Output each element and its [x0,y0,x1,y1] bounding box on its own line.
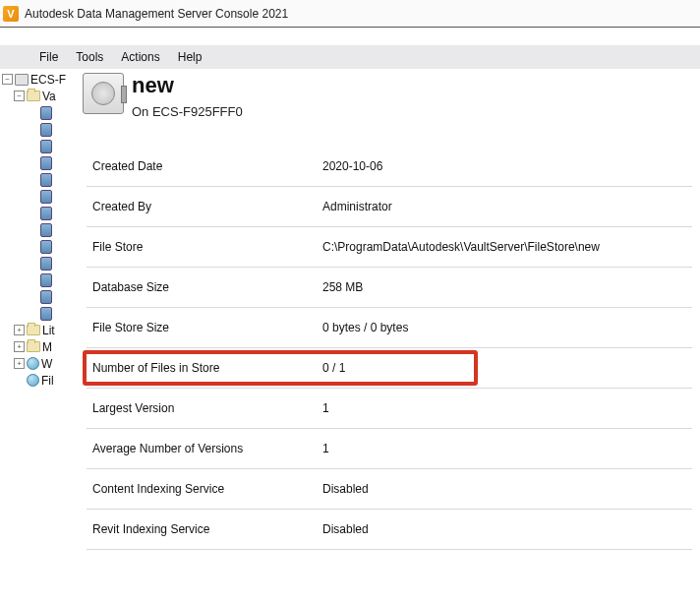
property-value: 1 [322,401,692,415]
server-icon [15,74,29,86]
tree-root-label: ECS-F [30,73,66,87]
properties-list: Created Date2020-10-06Created ByAdminist… [83,147,700,550]
property-row: Largest Version1 [87,389,692,429]
spacer-icon [28,308,38,319]
expand-icon[interactable]: + [14,358,25,369]
property-label: File Store Size [87,321,322,334]
spacer-icon [14,375,25,386]
vault-db-icon [40,156,52,170]
tree-item[interactable] [0,154,77,171]
spacer-icon [28,291,38,302]
tree-item[interactable] [0,255,77,272]
menubar: File Tools Actions Help [0,45,700,69]
property-row: File StoreC:\ProgramData\Autodesk\VaultS… [87,227,692,268]
tree-item[interactable] [0,305,77,322]
property-row: Average Number of Versions1 [87,429,692,469]
tree-management-label: M [42,340,52,354]
header-block: new On ECS-F925FFF0 [83,73,700,119]
tree-files[interactable]: Fil [0,372,77,389]
tree-vaults[interactable]: − Va [0,88,77,104]
property-label: Revit Indexing Service [87,522,322,536]
menu-file[interactable]: File [31,47,66,67]
property-value: Disabled [322,482,692,496]
expand-icon[interactable]: + [14,341,25,352]
tree-item[interactable] [0,171,77,188]
body-area: − ECS-F − Va + Lit + M [0,69,700,604]
property-label: Database Size [87,280,322,294]
property-value: Administrator [322,200,692,213]
tree-item[interactable] [0,188,77,205]
property-value: 2020-10-06 [322,159,692,173]
collapse-icon[interactable]: − [14,91,25,101]
spacer-icon [28,157,38,168]
spacer-icon [28,174,38,185]
property-row: Number of Files in Store0 / 1 [87,348,692,389]
page-subtitle: On ECS-F925FFF0 [132,104,243,119]
tree-item[interactable] [0,104,77,121]
vault-icon [83,73,124,114]
vault-db-icon [40,240,52,254]
tree-item[interactable] [0,121,77,138]
property-label: File Store [87,240,322,254]
vault-db-icon [40,123,52,137]
spacer-icon [28,241,38,252]
menu-actions[interactable]: Actions [113,47,167,67]
titlebar: V Autodesk Data Management Server Consol… [0,0,700,28]
tree-workflow[interactable]: + W [0,355,77,372]
window-title: Autodesk Data Management Server Console … [25,7,288,21]
app-icon: V [3,6,19,22]
spacer-icon [28,224,38,235]
property-value: 0 bytes / 0 bytes [322,321,692,334]
menu-help[interactable]: Help [170,47,210,67]
property-label: Content Indexing Service [87,482,322,496]
collapse-icon[interactable]: − [2,74,13,85]
vault-db-icon [40,290,52,304]
vault-db-icon [40,207,52,220]
vault-db-icon [40,273,52,287]
property-value: Disabled [322,522,692,536]
vault-db-icon [40,190,52,204]
spacer-icon [28,258,38,269]
vault-db-icon [40,140,52,153]
tree-item[interactable] [0,205,77,221]
spacer-icon [28,107,38,118]
tree-files-label: Fil [41,374,54,388]
globe-icon [27,374,39,387]
tree-item[interactable] [0,138,77,154]
spacer-icon [28,124,38,135]
property-row: File Store Size0 bytes / 0 bytes [87,308,692,348]
expand-icon[interactable]: + [14,325,25,335]
tree-management[interactable]: + M [0,338,77,355]
tree-workflow-label: W [41,357,52,371]
property-label: Number of Files in Store [87,361,322,375]
page-title: new [132,73,243,98]
vault-db-icon [40,223,52,237]
tree-item[interactable] [0,288,77,305]
toolbar-spacer [0,28,700,45]
property-value: C:\ProgramData\Autodesk\VaultServer\File… [322,240,692,254]
vault-db-icon [40,257,52,271]
title-stack: new On ECS-F925FFF0 [132,73,243,119]
property-value: 258 MB [322,280,692,294]
property-row: Created ByAdministrator [87,187,692,227]
spacer-icon [28,208,38,218]
vault-db-icon [40,106,52,120]
spacer-icon [28,191,38,202]
tree-item[interactable] [0,272,77,288]
property-row: Database Size258 MB [87,268,692,308]
folder-icon [27,341,40,352]
globe-icon [27,357,39,370]
tree-item[interactable] [0,238,77,255]
property-value: 0 / 1 [322,361,692,375]
property-row: Content Indexing ServiceDisabled [87,469,692,510]
property-label: Average Number of Versions [87,442,322,455]
vault-db-icon [40,173,52,187]
menu-tools[interactable]: Tools [68,47,111,67]
folder-icon [27,325,40,335]
tree-item[interactable] [0,221,77,238]
tree-libraries[interactable]: + Lit [0,322,77,338]
spacer-icon [28,274,38,285]
content-panel: new On ECS-F925FFF0 Created Date2020-10-… [77,69,700,604]
tree-root[interactable]: − ECS-F [0,71,77,88]
property-value: 1 [322,442,692,455]
